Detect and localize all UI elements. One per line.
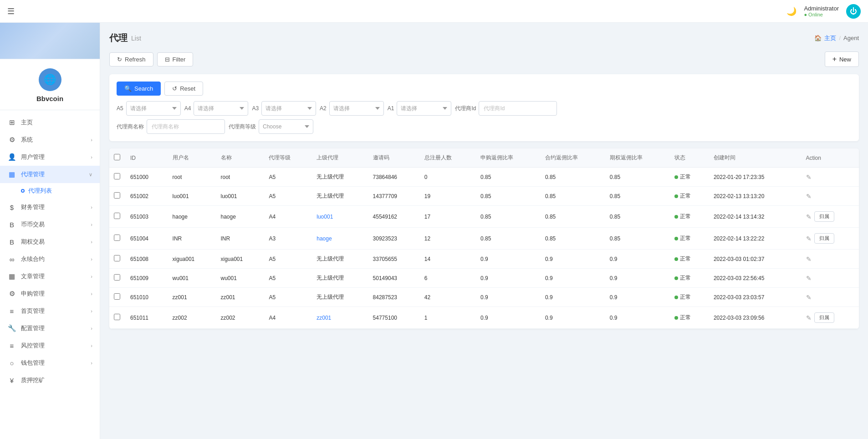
sidebar-item-finance[interactable]: $ 财务管理 › (0, 199, 100, 216)
sidebar-item-wallet[interactable]: ○ 钱包管理 › (0, 354, 100, 372)
row-checkbox[interactable] (114, 293, 120, 300)
agent-id-input[interactable] (479, 101, 557, 116)
cell-total-reg: 0 (420, 168, 476, 187)
sidebar-item-risk[interactable]: ≡ 风控管理 › (0, 337, 100, 354)
user-avatar[interactable]: ⏻ (846, 4, 861, 19)
cell-created: 2022-03-03 01:02:37 (709, 250, 802, 269)
cell-options-rate: 0.9 (605, 288, 670, 307)
parent-link[interactable]: luo001 (317, 214, 333, 220)
user-icon: 👤 (7, 153, 16, 161)
cell-action: ✎ 归属 (802, 307, 859, 329)
content-area: 代理 List 🏠 主页 / Agent ↻ Refresh ⊟ Filter (100, 23, 868, 439)
sidebar-item-purchase[interactable]: ⚙ 申购管理 › (0, 285, 100, 302)
row-checkbox[interactable] (114, 314, 120, 320)
status-dot-icon (674, 237, 678, 240)
sidebar-item-system[interactable]: ⚙ 系统 › (0, 131, 100, 148)
row-checkbox[interactable] (114, 213, 120, 219)
filter-row: A5 请选择 A4 请选择 A3 请选择 (117, 101, 852, 116)
filter-a5-select[interactable]: 请选择 (126, 101, 181, 116)
cell-total-reg: 19 (420, 187, 476, 206)
filter-a5: A5 请选择 (117, 101, 181, 116)
status-dot-icon (674, 215, 678, 219)
table-row: 651000 root root A5 无上级代理 73864846 0 0.8… (109, 168, 859, 187)
sidebar-item-options[interactable]: B 期权交易 › (0, 233, 100, 250)
sidebar-item-articles[interactable]: ▦ 文章管理 › (0, 268, 100, 285)
cell-purchase-rate: 0.85 (476, 168, 541, 187)
status-text: 正常 (680, 255, 691, 263)
filter-a1-select[interactable]: 请选择 (397, 101, 451, 116)
sidebar-nav: ⊞ 主页 ⚙ 系统 › 👤 用户管理 › ▦ 代理管理 ∨ 代理列表 (0, 110, 100, 439)
edit-icon[interactable]: ✎ (806, 235, 812, 242)
sidebar-item-agent-mgmt[interactable]: ▦ 代理管理 ∨ (0, 166, 100, 183)
home-icon: ⊞ (7, 118, 16, 127)
cell-username: INR (168, 228, 216, 250)
cell-purchase-rate: 0.85 (476, 228, 541, 250)
toolbar: ↻ Refresh ⊟ Filter + New (109, 51, 859, 67)
row-checkbox[interactable] (114, 274, 120, 281)
cell-level: A5 (264, 288, 312, 307)
sidebar-subitem-agent-list[interactable]: 代理列表 (0, 183, 100, 199)
chevron-right-icon: › (91, 137, 92, 143)
parent-link[interactable]: zz001 (317, 315, 331, 321)
status-dot-icon (674, 276, 678, 280)
edit-icon[interactable]: ✎ (806, 193, 812, 200)
hamburger-icon[interactable]: ☰ (7, 6, 15, 16)
filter-a2-select[interactable]: 请选择 (329, 101, 384, 116)
assign-button[interactable]: 归属 (814, 233, 834, 244)
edit-icon[interactable]: ✎ (806, 275, 812, 282)
refresh-button[interactable]: ↻ Refresh (109, 52, 153, 66)
row-checkbox[interactable] (114, 255, 120, 261)
row-checkbox[interactable] (114, 173, 120, 179)
sidebar-item-home[interactable]: ⊞ 主页 (0, 114, 100, 131)
cell-username: zz002 (168, 307, 216, 329)
chevron-right-icon: › (91, 343, 92, 348)
breadcrumb-home-link[interactable]: 主页 (824, 34, 836, 42)
sidebar-item-coin-trade[interactable]: B 币币交易 › (0, 216, 100, 233)
edit-icon[interactable]: ✎ (806, 174, 812, 181)
cell-purchase-rate: 0.9 (476, 250, 541, 269)
edit-icon[interactable]: ✎ (806, 314, 812, 322)
status-text: 正常 (680, 173, 691, 181)
filter-a2-label: A2 (320, 105, 327, 112)
sidebar-item-perpetual[interactable]: ∞ 永续合约 › (0, 250, 100, 268)
sidebar-item-user-mgmt[interactable]: 👤 用户管理 › (0, 148, 100, 166)
agents-table: ID 用户名 名称 代理等级 上级代理 邀请码 总注册人数 申购返佣比率 合约返… (109, 148, 859, 329)
chevron-right-icon: › (91, 360, 92, 366)
status-badge: 正常 (674, 255, 691, 263)
agent-level-select[interactable]: Choose (259, 119, 313, 134)
search-button[interactable]: 🔍 Search (117, 82, 161, 96)
select-all-checkbox[interactable] (114, 154, 120, 160)
cell-options-rate: 0.85 (605, 168, 670, 187)
filter-a4-label: A4 (184, 105, 191, 112)
cell-status: 正常 (670, 250, 709, 269)
sidebar-item-homepage[interactable]: ≡ 首页管理 › (0, 302, 100, 320)
edit-icon[interactable]: ✎ (806, 294, 812, 301)
row-checkbox[interactable] (114, 235, 120, 241)
moon-icon[interactable]: 🌙 (786, 6, 797, 16)
search-icon: 🔍 (124, 85, 132, 92)
table-row: 651009 wu001 wu001 A5 无上级代理 50149043 6 0… (109, 269, 859, 288)
edit-icon[interactable]: ✎ (806, 255, 812, 263)
parent-value: 无上级代理 (317, 193, 344, 199)
row-checkbox[interactable] (114, 192, 120, 199)
sidebar-item-mining[interactable]: ¥ 质押挖矿 (0, 372, 100, 389)
new-button[interactable]: + New (825, 51, 859, 67)
homepage-icon: ≡ (7, 307, 16, 315)
cell-action: ✎ (802, 250, 859, 269)
row-checkbox-cell (109, 228, 126, 250)
parent-link[interactable]: haoge (317, 235, 332, 242)
filter-a4-select[interactable]: 请选择 (194, 101, 248, 116)
plus-icon: + (832, 55, 837, 63)
filter-button[interactable]: ⊟ Filter (157, 52, 194, 66)
assign-button[interactable]: 归属 (814, 211, 834, 222)
agent-name-input[interactable] (147, 119, 225, 134)
reset-button[interactable]: ↺ Reset (164, 82, 203, 96)
filter-a3-select[interactable]: 请选择 (261, 101, 316, 116)
topbar-right: 🌙 Administrator ● Online ⏻ (786, 4, 861, 19)
assign-button[interactable]: 归属 (814, 312, 834, 323)
sidebar-item-config[interactable]: 🔧 配置管理 › (0, 320, 100, 337)
chevron-right-icon: › (91, 256, 92, 262)
edit-icon[interactable]: ✎ (806, 213, 812, 220)
filter-a1-label: A1 (388, 105, 394, 112)
cell-contract-rate: 0.85 (541, 168, 605, 187)
